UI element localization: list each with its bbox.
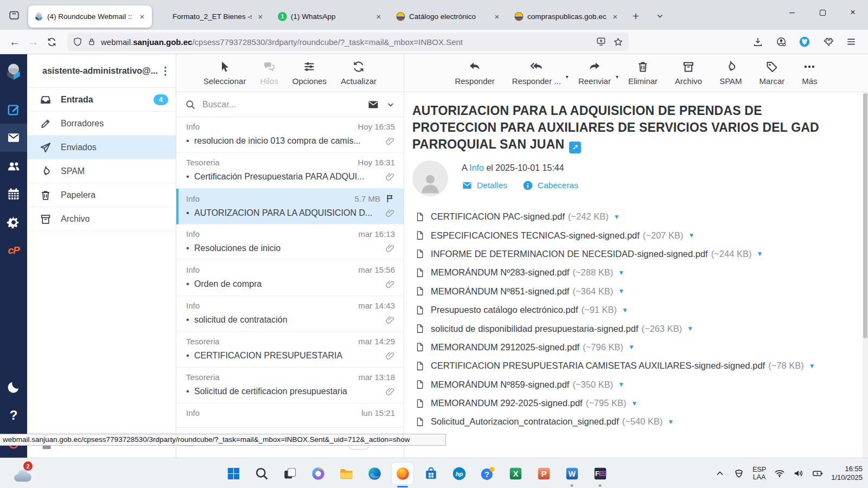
calendar-nav-button[interactable]: [0, 180, 27, 208]
tab-close-icon[interactable]: ×: [492, 11, 502, 22]
attachment-item[interactable]: MEMORÁNDUM Nº283-signed.pdf (~288 KB) ▼: [415, 264, 835, 282]
extensions-puzzle-icon[interactable]: [819, 33, 837, 51]
reload-button[interactable]: [42, 33, 61, 51]
message-row[interactable]: Info Hoy 16:35 • resolucion de inicio 01…: [176, 117, 404, 153]
browser-tab[interactable]: Catálogo electrónico ×: [390, 5, 507, 28]
shield-icon[interactable]: [73, 37, 82, 47]
account-header[interactable]: asistente-administrativo@... ⋮: [27, 54, 176, 88]
list-toolbar-button[interactable]: Actualizar: [341, 60, 376, 92]
attachment-name[interactable]: Presupuesto catálogo electrónico.pdf: [431, 305, 578, 315]
taskbar-app-icon[interactable]: [533, 463, 554, 484]
attachment-item[interactable]: Solicitud_Autorizacion_contratacion_sign…: [415, 413, 835, 431]
attachment-name[interactable]: ESPECIFICACIONES TECNICAS-signed-signed.…: [431, 230, 640, 241]
account-menu-kebab-icon[interactable]: ⋮: [159, 65, 171, 77]
attachment-item[interactable]: MEMORÁNDUM Nº851-signed.pdf (~364 KB) ▼: [415, 282, 835, 300]
headers-link[interactable]: Cabeceras: [522, 180, 578, 191]
folder-item[interactable]: SPAM: [27, 159, 176, 183]
close-button[interactable]: ×: [838, 0, 868, 25]
bookmark-star-icon[interactable]: [613, 37, 623, 47]
folder-item[interactable]: Borradores: [27, 112, 176, 136]
taskbar-app-icon[interactable]: [363, 463, 385, 484]
attachment-item[interactable]: ESPECIFICACIONES TECNICAS-signed-signed.…: [415, 226, 835, 245]
attachment-menu-caret-icon[interactable]: ▼: [809, 362, 815, 370]
downloads-icon[interactable]: [749, 33, 767, 51]
message-toolbar-button[interactable]: SPAM: [719, 60, 742, 92]
save-page-icon[interactable]: [596, 36, 607, 47]
folder-item[interactable]: Papelera: [27, 183, 176, 207]
attachment-name[interactable]: MEMORÁNDUM Nº283-signed.pdf: [431, 267, 569, 278]
list-toolbar-button[interactable]: Seleccionar: [203, 60, 246, 92]
attachment-item[interactable]: CERTIFICACION PRESUPUESTARIA CAMISETAS A…: [415, 357, 835, 375]
message-row[interactable]: Info mar 14:43 • solicitud de contrataci…: [176, 296, 404, 332]
language-indicator[interactable]: ESPLAA: [752, 466, 766, 481]
search-input[interactable]: Buscar...: [202, 100, 367, 110]
taskbar-app-icon[interactable]: [505, 463, 526, 484]
browser-tab[interactable]: compraspublicas.gob.ec/P ×: [508, 5, 625, 28]
attachment-menu-caret-icon[interactable]: ▼: [614, 213, 620, 221]
menu-hamburger-icon[interactable]: [842, 33, 860, 51]
attachment-menu-caret-icon[interactable]: ▼: [622, 306, 628, 314]
scrollbar[interactable]: [863, 92, 868, 458]
browser-tab[interactable]: (4) Roundcube Webmail :: ×: [28, 5, 152, 28]
scrollbar-thumb[interactable]: [863, 93, 867, 338]
attachment-name[interactable]: MEMORÁNDUM Nº859-signed.pdf: [431, 380, 569, 390]
taskbar-app-icon[interactable]: [448, 463, 470, 484]
back-button[interactable]: ←: [5, 33, 24, 51]
message-row[interactable]: Tesoreria Hoy 16:31 • Certificación Pres…: [176, 153, 404, 189]
lock-icon[interactable]: [87, 37, 96, 46]
message-toolbar-button[interactable]: Reenviar ▾: [578, 60, 611, 92]
folder-item[interactable]: Archivo: [27, 207, 176, 231]
message-row[interactable]: Info mar 16:13 • Resoluciones de inicio: [176, 224, 404, 260]
attachment-name[interactable]: Solicitud_Autorizacion_contratacion_sign…: [431, 416, 619, 427]
taskbar-app-icon[interactable]: [420, 463, 442, 484]
taskbar-app-icon[interactable]: [392, 463, 413, 484]
attachment-menu-caret-icon[interactable]: ▼: [687, 325, 693, 332]
attachment-item[interactable]: Presupuesto catálogo electrónico.pdf (~9…: [415, 300, 835, 319]
folder-item[interactable]: Enviados: [27, 136, 176, 159]
attachment-name[interactable]: MEMORANDUM 292-2025-signed.pdf: [431, 398, 583, 408]
clock[interactable]: 16:551/10/2025: [831, 465, 863, 482]
list-toolbar-button[interactable]: Opciones: [292, 60, 327, 92]
message-toolbar-button[interactable]: Responder: [455, 60, 494, 92]
message-row[interactable]: Info 5.7 MB • AUTORIZACION PARA LA ADQUI…: [176, 189, 404, 224]
message-toolbar-button[interactable]: Marcar: [760, 60, 785, 92]
message-toolbar-button[interactable]: Más: [802, 60, 817, 92]
compose-button[interactable]: [0, 95, 27, 124]
attachment-menu-caret-icon[interactable]: ▼: [628, 343, 635, 351]
search-bar[interactable]: Buscar...: [176, 92, 404, 117]
settings-nav-button[interactable]: [0, 208, 27, 236]
cpanel-logo[interactable]: cP: [0, 236, 27, 265]
open-in-new-window-icon[interactable]: ↗: [569, 142, 581, 153]
forward-button[interactable]: →: [24, 33, 42, 51]
firefox-view-icon[interactable]: [4, 5, 24, 25]
tab-close-icon[interactable]: ×: [137, 11, 148, 22]
url-bar[interactable]: webmail.sanjuan.gob.ec/cpsess7793728530/…: [67, 33, 629, 51]
fox-extension-icon[interactable]: [795, 33, 814, 51]
taskbar-app-icon[interactable]: [476, 463, 498, 484]
tab-close-icon[interactable]: ×: [373, 11, 384, 22]
dark-mode-button[interactable]: [0, 373, 27, 401]
tab-close-icon[interactable]: ×: [610, 11, 621, 22]
attachment-name[interactable]: MEMORANDUM 2912025-signed.pdf: [431, 342, 579, 352]
attachment-item[interactable]: MEMORÁNDUM Nº859-signed.pdf (~350 KB) ▼: [415, 375, 835, 394]
search-options-chevron-icon[interactable]: [386, 100, 395, 109]
message-row[interactable]: Info lun 15:21: [176, 403, 404, 427]
search-scope-envelope-icon[interactable]: [367, 99, 379, 111]
attachment-name[interactable]: CERTIFICACION PAC-signed.pdf: [431, 211, 565, 222]
message-toolbar-button[interactable]: Responder ... ▾: [512, 60, 561, 92]
account-icon[interactable]: [772, 33, 790, 51]
recipient-link[interactable]: Info: [469, 163, 484, 172]
tab-close-icon[interactable]: ×: [255, 11, 266, 22]
browser-tab[interactable]: (1) WhatsApp ×: [272, 5, 388, 28]
taskbar-app-icon[interactable]: [589, 463, 611, 484]
new-tab-button[interactable]: +: [627, 7, 645, 25]
attachment-menu-caret-icon[interactable]: ▼: [618, 269, 624, 277]
list-toolbar-button[interactable]: Hilos: [260, 60, 278, 92]
attachment-name[interactable]: MEMORÁNDUM Nº851-signed.pdf: [431, 286, 569, 297]
attachment-menu-caret-icon[interactable]: ▼: [631, 400, 637, 407]
attachment-menu-caret-icon[interactable]: ▼: [667, 418, 674, 426]
tray-chevron-up-icon[interactable]: [714, 468, 725, 479]
taskbar-app-icon[interactable]: [561, 463, 583, 484]
tray-acorn-icon[interactable]: [733, 468, 744, 479]
attachment-item[interactable]: solicitud de disponibilidad presupuestar…: [415, 319, 835, 338]
